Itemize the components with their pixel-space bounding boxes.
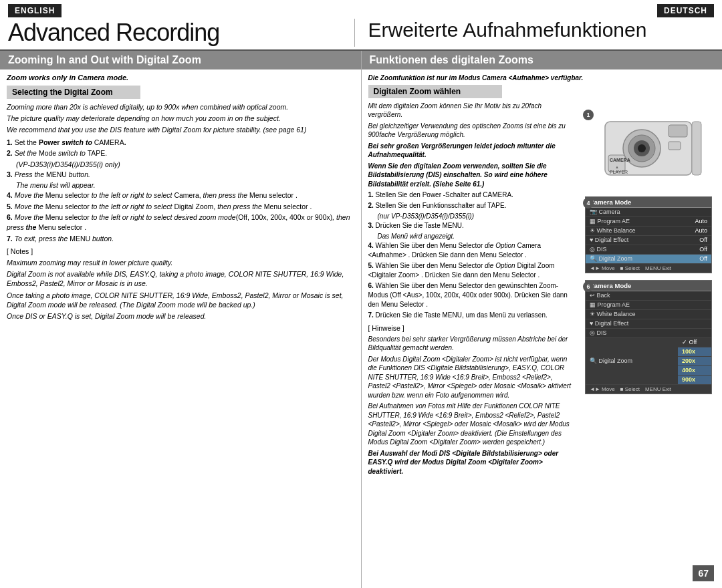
lang-bar: ENGLISH DEUTSCH	[0, 0, 722, 17]
de-step-2: 2. Stellen Sie den Funktionsschalter auf…	[368, 201, 577, 210]
step-1: 1. Set the Power switch to CAMERA.	[7, 138, 354, 148]
menu2-fx: ♥ Digital Effect	[586, 319, 711, 329]
svg-text:▲: ▲	[615, 165, 619, 169]
de-note-1: Besonders bei sehr starker Vergrößerung …	[368, 335, 577, 353]
step-7: 7. To exit, press the MENU button.	[7, 234, 354, 244]
menu1-footer: ◄► Move ■ Select MENU Exit	[586, 264, 711, 273]
svg-rect-11	[692, 122, 701, 175]
circle-4: 4	[583, 198, 594, 208]
menu1-row-dis: ◎ DIS Off	[586, 245, 711, 255]
de-step-1: 1. Stellen Sie den Power -Schalter auf C…	[368, 190, 577, 200]
section-deutsch: Funktionen des digitalen Zooms	[361, 51, 723, 69]
note-en-2: Digital Zoom is not available while DIS,…	[7, 269, 354, 288]
step-3-indent: The menu list will appear.	[16, 180, 354, 190]
menu2-title: Camera Mode	[586, 281, 711, 291]
de-para4: Wenn Sie den digitalen Zoom verwenden, s…	[368, 162, 577, 189]
de-step-3-indent: Das Menü wird angezeigt.	[378, 232, 577, 241]
de-step-6: 6. Wählen Sie über den Menu Selector den…	[368, 281, 577, 309]
menu1-title: Camera Mode	[586, 197, 711, 208]
menu1-row-fx: ♥ Digital Effect Off	[586, 236, 711, 245]
note-en-4: Once DIS or EASY.Q is set, Digital Zoom …	[7, 311, 354, 321]
step-2-indent: (VP-D353(i)/D354(i)/D355(i) only)	[16, 160, 354, 170]
menu1-row-dz: 🔍 Digital Zoom Off	[586, 255, 711, 264]
de-step-2-indent: (nur VP-D353(i)/D354(i)/D355(i))	[378, 212, 577, 221]
page: ENGLISH DEUTSCH Advanced Recording Erwei…	[0, 0, 722, 588]
svg-text:CAMERA: CAMERA	[610, 158, 630, 162]
de-note-3: Bei Aufnahmen von Fotos mit Hilfe der Fu…	[368, 402, 577, 447]
zoom-200x: 200x	[678, 357, 711, 366]
circle-1: 1	[583, 110, 594, 120]
camera-diagram: 1	[582, 108, 715, 190]
circle-6: 6	[583, 281, 594, 292]
menu2-dz-label: 🔍 Digital Zoom	[586, 338, 678, 385]
subsection-de: Digitalen Zoom wählen	[368, 85, 502, 98]
notes-header-en: [ Notes ]	[7, 247, 354, 257]
menu1-row-wb: ☀ White Balance Auto	[586, 227, 711, 236]
note-en-1: Maximum zooming may result in lower pict…	[7, 258, 354, 267]
right-inner: Mit dem digitalen Zoom können Sie Ihr Mo…	[368, 102, 716, 478]
right-text: Mit dem digitalen Zoom können Sie Ihr Mo…	[368, 102, 577, 478]
menu-box-2: Camera Mode ↩ Back ▦ Program AE ☀ White …	[585, 280, 712, 394]
steps-en: 1. Set the Power switch to CAMERA. 2. Se…	[7, 138, 354, 244]
section-titles: Zooming In and Out with Digital Zoom Fun…	[0, 51, 722, 69]
zoom-900x: 900x	[678, 376, 711, 385]
para3-en: We recommend that you use the DIS featur…	[7, 125, 354, 134]
de-para3: Bei sehr großen Vergrößerungen leidet je…	[368, 142, 577, 160]
para1-en: Zooming more than 20x is achieved digita…	[7, 102, 354, 112]
para2-en: The picture quality may deteriorate depe…	[7, 114, 354, 123]
menu1-row-ae: ▦ Program AE Auto	[586, 217, 711, 227]
menu2-wrapper: 6 Camera Mode ↩ Back ▦ Program AE	[582, 280, 715, 394]
zoom-note-de: Die Zoomfunktion ist nur im Modus Camera…	[368, 74, 716, 83]
camera-svg: CAMERA ▲ PLAYER	[592, 108, 705, 188]
zoom-100x: 100x	[678, 347, 711, 357]
de-para1: Mit dem digitalen Zoom können Sie Ihr Mo…	[368, 102, 577, 120]
section-english: Zooming In and Out with Digital Zoom	[0, 51, 361, 69]
zoom-400x: 400x	[678, 366, 711, 376]
menu2-dz-options: ✓ Off 100x 200x 400x 900x	[678, 338, 711, 385]
zoom-note-en: Zoom works only in Camera mode.	[7, 74, 354, 82]
menu-box-1: Camera Mode 📷 Camera ▦ Program AE Auto ☀…	[585, 196, 712, 273]
de-para2: Bei gleichzeitiger Verwendung des optisc…	[368, 122, 577, 140]
step-2: 2. Set the Mode switch to TAPE.	[7, 148, 354, 158]
de-notes: [ Hinweise ] Besonders bei sehr starker …	[368, 323, 577, 476]
svg-rect-6	[669, 142, 681, 150]
menu1-row-camera: 📷 Camera	[586, 208, 711, 217]
de-note-4: Bei Auswahl der Modi DIS <Digitale Bilds…	[368, 449, 577, 476]
menu2-ae: ▦ Program AE	[586, 301, 711, 310]
de-step-4: 4. Wählen Sie über den Menu Selector die…	[368, 241, 577, 260]
step-4: 4. Move the Menu selector to the left or…	[7, 190, 354, 200]
col-right: Die Zoomfunktion ist nur im Modus Camera…	[362, 69, 723, 588]
lang-deutsch: DEUTSCH	[657, 4, 714, 17]
lang-english: ENGLISH	[8, 4, 62, 17]
menu2-back: ↩ Back	[586, 291, 711, 301]
menu1-wrapper: 4 Camera Mode 📷 Camera ▦ Program AE Auto	[582, 196, 715, 273]
menu2-dz-row: 🔍 Digital Zoom ✓ Off 100x 200x 400x 900x	[586, 338, 711, 385]
menu2-footer: ◄► Move ■ Select MENU Exit	[586, 385, 711, 394]
title-deutsch: Erweiterte Aufnahmefunktionen	[354, 19, 715, 47]
menu2-dis: ◎ DIS	[586, 329, 711, 338]
de-steps: 1. Stellen Sie den Power -Schalter auf C…	[368, 190, 577, 320]
subsection-en: Selecting the Digital Zoom	[7, 86, 140, 99]
note-en-3: Once taking a photo image, COLOR NITE SH…	[7, 291, 354, 309]
de-step-3: 3. Drücken Sie die Taste MENU.	[368, 221, 577, 231]
step-5: 5. Move the Menu selector to the left or…	[7, 202, 354, 212]
notes-en: [ Notes ] Maximum zooming may result in …	[7, 247, 354, 321]
svg-text:PLAYER: PLAYER	[610, 170, 628, 174]
content: Zoom works only in Camera mode. Selectin…	[0, 69, 722, 588]
zoom-off: ✓ Off	[678, 338, 711, 347]
svg-point-4	[638, 144, 646, 152]
de-notes-header: [ Hinweise ]	[368, 323, 577, 333]
page-number: 67	[693, 565, 714, 581]
col-left: Zoom works only in Camera mode. Selectin…	[0, 69, 362, 588]
diagram-section: 1	[582, 102, 715, 478]
de-step-7: 7. Drücken Sie die Taste MENU, um das Me…	[368, 311, 577, 320]
menu2-wb: ☀ White Balance	[586, 310, 711, 319]
svg-rect-5	[669, 125, 687, 137]
de-note-2: Der Modus Digital Zoom <Digitaler Zoom> …	[368, 355, 577, 400]
main-titles: Advanced Recording Erweiterte Aufnahmefu…	[0, 17, 722, 51]
step-6: 6. Move the Menu selector to the left or…	[7, 212, 354, 232]
title-english: Advanced Recording	[8, 19, 354, 47]
step-3: 3. Press the MENU button.	[7, 170, 354, 180]
de-step-5: 5. Wählen Sie über den Menu Selector die…	[368, 261, 577, 280]
